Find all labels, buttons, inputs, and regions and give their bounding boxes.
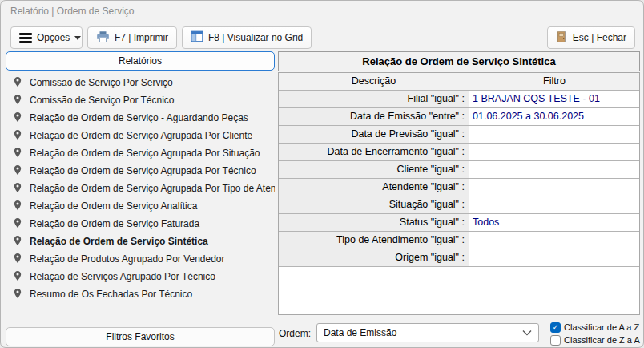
filter-table-row[interactable]: Cliente "igual" : xyxy=(279,161,639,179)
sidebar-report-item[interactable]: Relação de Ordem de Serviço Agrupada Por… xyxy=(6,127,275,144)
options-button-label: Opções xyxy=(37,32,70,43)
order-combobox[interactable]: Data de Emissão xyxy=(316,323,539,342)
sidebar-report-item[interactable]: Resumo de Os Fechadas Por Técnico xyxy=(6,285,275,303)
filter-table-header: Descrição Filtro xyxy=(279,73,639,91)
sidebar-report-item[interactable]: Relação de Ordem de Serviço Agrupada Por… xyxy=(6,180,275,197)
filter-table-row[interactable]: Filial "igual" :1 BRAJAN CQS TESTE - 01 xyxy=(279,91,639,108)
map-pin-icon xyxy=(12,288,23,301)
sidebar-report-item[interactable]: Relação de Serviços Agrupado Por Técnico xyxy=(6,268,275,285)
filter-description-cell: Origem "igual" : xyxy=(279,249,469,266)
sidebar-report-item[interactable]: Relação de Ordem de Serviço Faturada xyxy=(6,215,275,233)
sidebar-report-item[interactable]: Relação de Ordem de Serviço Agrupada Por… xyxy=(6,162,275,180)
filter-table-row[interactable]: Situação "igual" : xyxy=(279,196,639,214)
filter-description-cell: Tipo de Atendimento "igual" : xyxy=(279,232,469,249)
filter-table-row[interactable]: Status "igual" :Todos xyxy=(279,214,639,232)
report-item-label: Relação de Ordem de Serviço Agrupada Por… xyxy=(30,165,256,176)
print-button-label: F7 | Imprimir xyxy=(115,32,168,43)
sidebar-report-item[interactable]: Relação de Produtos Agrupado Por Vendedo… xyxy=(6,250,275,268)
filter-description-cell: Situação "igual" : xyxy=(279,196,469,213)
filter-value-cell xyxy=(469,179,639,196)
printer-icon xyxy=(96,30,110,46)
sort-az-label: Classificar de A a Z xyxy=(564,322,639,332)
filter-description-cell: Status "igual" : xyxy=(279,214,469,231)
filter-description-cell: Data de Encerramento "igual" : xyxy=(279,144,469,160)
filter-value-cell xyxy=(469,144,639,160)
report-item-label: Relação de Ordem de Serviço Sintética xyxy=(30,236,208,247)
report-item-label: Relação de Ordem de Serviço Agrupada Por… xyxy=(30,148,260,159)
reports-panel-header[interactable]: Relatórios xyxy=(6,51,275,71)
report-window: Relatório | Ordem de Serviço Opções F7 |… xyxy=(0,0,644,348)
print-button[interactable]: F7 | Imprimir xyxy=(87,26,177,49)
sort-za-label: Classificar de Z a A xyxy=(564,335,640,345)
map-pin-icon xyxy=(12,200,23,213)
report-list: Comissão de Serviço Por ServiçoComissão … xyxy=(6,74,275,324)
filter-table-row[interactable]: Data de Encerramento "igual" : xyxy=(279,144,639,161)
grid-icon xyxy=(191,30,203,45)
map-pin-icon xyxy=(12,270,23,284)
sidebar-report-item[interactable]: Relação de Ordem de Serviço Analítica xyxy=(6,197,275,215)
filter-value-cell xyxy=(469,249,639,266)
report-item-label: Relação de Ordem de Serviço - Aguardando… xyxy=(30,112,248,123)
column-header-filter: Filtro xyxy=(469,73,639,90)
sort-za-checkbox[interactable] xyxy=(550,335,561,346)
report-item-label: Relação de Ordem de Serviço Agrupada Por… xyxy=(30,130,252,141)
filter-value-cell xyxy=(469,126,639,143)
filter-table-row[interactable]: Data de Emissão "entre" :01.06.2025 a 30… xyxy=(279,108,639,126)
sort-az-checkbox[interactable] xyxy=(550,322,561,333)
close-button[interactable]: Esc | Fechar xyxy=(547,26,635,49)
filter-description-cell: Cliente "igual" : xyxy=(279,161,469,178)
filter-description-cell: Data de Emissão "entre" : xyxy=(279,108,469,125)
map-pin-icon xyxy=(12,235,23,249)
column-header-description: Descrição xyxy=(279,73,469,90)
map-pin-icon xyxy=(12,182,23,196)
filter-description-cell: Data de Previsão "igual" : xyxy=(279,126,469,143)
filter-value-cell xyxy=(469,232,639,249)
report-item-label: Comissão de Serviço Por Serviço xyxy=(30,77,173,88)
map-pin-icon xyxy=(12,253,23,266)
map-pin-icon xyxy=(12,217,23,231)
report-item-label: Resumo de Os Fechadas Por Técnico xyxy=(30,289,192,300)
favorite-filters-button[interactable]: Filtros Favoritos xyxy=(6,327,275,346)
filter-description-cell: Filial "igual" : xyxy=(279,91,469,107)
filter-value-cell xyxy=(469,161,639,178)
window-title: Relatório | Ordem de Serviço xyxy=(10,6,135,17)
filter-table: Descrição Filtro Filial "igual" :1 BRAJA… xyxy=(278,72,640,315)
sort-za-option[interactable]: Classificar de Z a A xyxy=(550,334,642,346)
report-item-label: Relação de Produtos Agrupado Por Vendedo… xyxy=(30,253,225,265)
filter-table-row[interactable]: Atendente "igual" : xyxy=(279,179,639,196)
sidebar-report-item[interactable]: Comissão de Serviço Por Serviço xyxy=(6,74,275,91)
door-icon xyxy=(556,30,568,46)
sidebar-report-item[interactable]: Relação de Ordem de Serviço Agrupada Por… xyxy=(6,144,275,162)
filter-value-cell xyxy=(469,196,639,213)
options-button[interactable]: Opções xyxy=(10,26,83,49)
chevron-down-icon xyxy=(522,327,532,338)
sidebar-report-item[interactable]: Comissão de Serviço Por Técnico xyxy=(6,91,275,109)
sort-az-option[interactable]: Classificar de A a Z xyxy=(550,321,642,334)
filter-value-cell: 1 BRAJAN CQS TESTE - 01 xyxy=(469,91,639,107)
map-pin-icon xyxy=(12,111,23,125)
chevron-down-icon xyxy=(74,36,81,40)
order-label: Ordem: xyxy=(279,328,311,339)
filter-table-row[interactable]: Tipo de Atendimento "igual" : xyxy=(279,232,639,249)
report-item-label: Relação de Ordem de Serviço Faturada xyxy=(30,218,199,229)
map-pin-icon xyxy=(12,129,23,143)
report-panel-title: Relação de Ordem de Serviço Sintética xyxy=(278,51,640,71)
sort-checkboxes: Classificar de A a Z Classificar de Z a … xyxy=(550,321,642,346)
sidebar-report-item[interactable]: Relação de Ordem de Serviço - Aguardando… xyxy=(6,109,275,127)
view-grid-button-label: F8 | Visualizar no Grid xyxy=(208,32,303,43)
filter-value-cell: Todos xyxy=(469,214,639,231)
report-item-label: Relação de Serviços Agrupado Por Técnico xyxy=(30,271,215,282)
report-item-label: Relação de Ordem de Serviço Agrupada Por… xyxy=(30,183,275,194)
report-item-label: Relação de Ordem de Serviço Analítica xyxy=(30,200,197,212)
filter-table-row[interactable]: Data de Previsão "igual" : xyxy=(279,126,639,144)
map-pin-icon xyxy=(12,147,23,160)
filter-table-row[interactable]: Origem "igual" : xyxy=(279,249,639,267)
hamburger-icon xyxy=(19,33,32,43)
view-grid-button[interactable]: F8 | Visualizar no Grid xyxy=(182,26,312,49)
sidebar-report-item[interactable]: Relação de Ordem de Serviço Sintética xyxy=(6,233,275,250)
map-pin-icon xyxy=(12,164,23,178)
filter-description-cell: Atendente "igual" : xyxy=(279,179,469,196)
close-button-label: Esc | Fechar xyxy=(573,32,626,43)
map-pin-icon xyxy=(12,76,23,90)
filter-value-cell: 01.06.2025 a 30.06.2025 xyxy=(469,108,639,125)
